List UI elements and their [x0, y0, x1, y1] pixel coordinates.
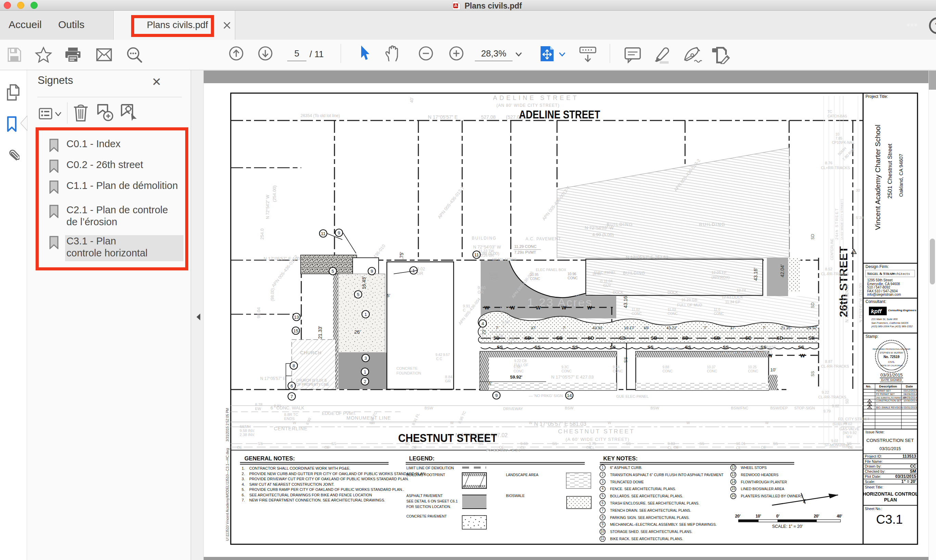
svg-text:SS: SS — [699, 442, 704, 446]
svg-text:FLOWTHROUGH PLANTER: FLOWTHROUGH PLANTER — [741, 480, 787, 484]
svg-text:11.03: 11.03 — [668, 308, 676, 311]
svg-text:CONC: CONC — [530, 277, 540, 281]
svg-text:TRASH ENCLOSURE. SEE ARCHI: TRASH ENCLOSURE. SEE ARCHITECTURAL PLANS… — [610, 501, 699, 505]
svg-text:69': 69' — [644, 326, 649, 330]
svg-text:No. 72519: No. 72519 — [884, 355, 900, 359]
svg-text:W: W — [800, 352, 805, 358]
svg-text:9.02: 9.02 — [417, 267, 425, 271]
svg-text:37': 37' — [730, 326, 735, 330]
svg-text:W: W — [587, 305, 592, 311]
svg-text:STORAGE SHED. SEE ARCHITEC: STORAGE SHED. SEE ARCHITECTURAL PLANS. — [610, 529, 692, 534]
svg-text:43.92: 43.92 — [593, 326, 602, 330]
svg-text:SS: SS — [258, 442, 263, 446]
svg-text:⊙ 11.04: ⊙ 11.04 — [600, 279, 613, 283]
svg-text:5': 5' — [489, 381, 492, 386]
svg-text:BIKE RACK. SEE ARCHITECTURA: BIKE RACK. SEE ARCHITECTURAL PLANS. — [610, 537, 683, 541]
svg-text:Plot Date:: Plot Date: — [865, 474, 881, 478]
svg-text:SS: SS — [331, 442, 336, 446]
svg-text:SAW CUT AT NEAREST CONSTRU: SAW CUT AT NEAREST CONSTRUCTION JOINT. — [249, 482, 334, 486]
svg-text:19.17': 19.17' — [624, 326, 635, 330]
svg-text:No.: No. — [866, 385, 871, 388]
svg-text:(NO LIGHT): (NO LIGHT) — [751, 349, 772, 353]
svg-text:PARKING SIGN. SEE ARCHITECT: PARKING SIGN. SEE ARCHITECTURAL PLANS. — [610, 515, 690, 520]
svg-text:?: ? — [934, 20, 936, 31]
svg-text:03/31/2015: 03/31/2015 — [880, 372, 902, 378]
svg-text:2.38 INV.: 2.38 INV. — [240, 433, 255, 437]
svg-text:9.29: 9.29 — [507, 337, 514, 341]
svg-text:METAL FENCE: METAL FENCE — [492, 257, 517, 262]
svg-text:16.29 GB: 16.29 GB — [681, 298, 697, 302]
svg-text:W: W — [529, 421, 533, 425]
svg-text:GR: GR — [417, 271, 423, 276]
svg-text:10.93: 10.93 — [489, 273, 497, 277]
svg-text:CP10\PK-NAIL: CP10\PK-NAIL — [832, 141, 855, 145]
svg-text:11.29 CONC: 11.29 CONC — [514, 245, 536, 249]
svg-text:CL: CL — [520, 446, 525, 450]
svg-text:BIOSWALE: BIOSWALE — [506, 494, 525, 498]
svg-text:CHESTNUT STREET: CHESTNUT STREET — [558, 428, 635, 435]
svg-text:CONC: CONC — [748, 369, 758, 373]
svg-text:ELEC PANEL BOX: ELEC PANEL BOX — [536, 268, 566, 272]
svg-text:TRANSITION ASPHALT 6” CURB: TRANSITION ASPHALT 6” CURB FLUSH INTO AS… — [610, 473, 724, 477]
svg-text:C: C — [500, 311, 503, 315]
svg-text:CONC: CONC — [714, 312, 724, 315]
svg-text:BUILDING: BUILDING — [623, 271, 645, 275]
svg-text:LT-POLE-BASE: LT-POLE-BASE — [750, 345, 776, 349]
svg-text:15: 15 — [731, 487, 735, 491]
svg-text:OE: OE — [324, 445, 329, 449]
svg-text:11: 11 — [474, 252, 479, 257]
svg-text:6: 6 — [290, 383, 293, 389]
svg-text:CL: CL — [590, 446, 595, 450]
svg-text:26': 26' — [354, 329, 360, 335]
svg-text:7.: 7. — [242, 498, 245, 502]
svg-text:7: 7 — [290, 394, 293, 399]
svg-text:CL+RR-TRACKS: CL+RR-TRACKS — [821, 166, 850, 170]
svg-text:SS: SS — [572, 345, 578, 350]
svg-text:527.08: 527.08 — [481, 114, 496, 120]
svg-text:SS: SS — [647, 345, 654, 350]
svg-text:3.: 3. — [242, 477, 245, 481]
svg-text:3/31/2015 2:52:05 PM: 3/31/2015 2:52:05 PM — [226, 408, 229, 442]
svg-text:N 72°54'03” W: N 72°54'03” W — [585, 225, 614, 230]
svg-text:11.0: 11.0 — [714, 308, 720, 311]
svg-text:GR: GR — [477, 290, 484, 295]
svg-text:CL-RR-TRACKS: CL-RR-TRACKS — [821, 272, 849, 276]
svg-text:SD: SD — [651, 335, 657, 341]
svg-text:SD: SD — [525, 335, 531, 341]
svg-text:5: 5 — [331, 269, 334, 274]
svg-text:(W) 9.92: (W) 9.92 — [843, 431, 857, 435]
svg-text:GAS-VALVE: GAS-VALVE — [839, 427, 859, 431]
svg-text:Architects: Architects — [891, 272, 910, 276]
svg-text:kpff: kpff — [871, 308, 882, 315]
svg-text:CONC: CONC — [662, 369, 673, 373]
svg-text:Sheet No.:: Sheet No.: — [865, 506, 882, 511]
svg-text:TRUNCATED DOME: TRUNCATED DOME — [610, 480, 644, 484]
svg-text:BSW: BSW — [425, 406, 433, 410]
svg-text:08/26/2014: 08/26/2014 — [904, 392, 917, 396]
svg-text:SD: SD — [810, 234, 815, 240]
svg-text:10.26 GR: 10.26 GR — [479, 253, 494, 257]
svg-text:CL: CL — [736, 446, 741, 450]
svg-text:WV: WV — [846, 435, 852, 439]
svg-text:ENDS: ENDS — [284, 417, 295, 421]
svg-text:43.16': 43.16' — [753, 268, 758, 281]
svg-text:CONC: CONC — [514, 369, 523, 373]
svg-text:8.78: 8.78 — [255, 403, 262, 407]
svg-text:7.29± PVMT: 7.29± PVMT — [514, 250, 536, 254]
svg-text:PROVIDE NEW CURB AND GUTTE: PROVIDE NEW CURB AND GUTTER PER CITY OF … — [249, 472, 426, 476]
svg-text:21.33': 21.33' — [317, 326, 323, 339]
svg-text:2ND SUBMITAL PZ PERMIT SET: 2ND SUBMITAL PZ PERMIT SET — [876, 397, 907, 399]
svg-text:LINED BIOSWALER AREA: LINED BIOSWALER AREA — [741, 487, 784, 491]
svg-text:DOCK: DOCK — [613, 290, 623, 294]
svg-text:03/31/2015: 03/31/2015 — [895, 474, 916, 479]
svg-text:9.75: 9.75 — [589, 442, 596, 446]
svg-text:11: 11 — [601, 537, 605, 540]
svg-text:9.02: 9.02 — [831, 439, 838, 443]
svg-text:3: 3 — [602, 480, 603, 484]
svg-text:SD: SD — [808, 335, 814, 341]
svg-text:ADELINE STREET: ADELINE STREET — [493, 94, 579, 101]
svg-text:13: 13 — [731, 473, 735, 477]
svg-text:.75': .75' — [399, 252, 404, 260]
svg-text:REGISTERED PROFESSIONAL ENGINE: REGISTERED PROFESSIONAL ENGINEER — [873, 348, 910, 350]
svg-text:2.: 2. — [242, 472, 245, 476]
